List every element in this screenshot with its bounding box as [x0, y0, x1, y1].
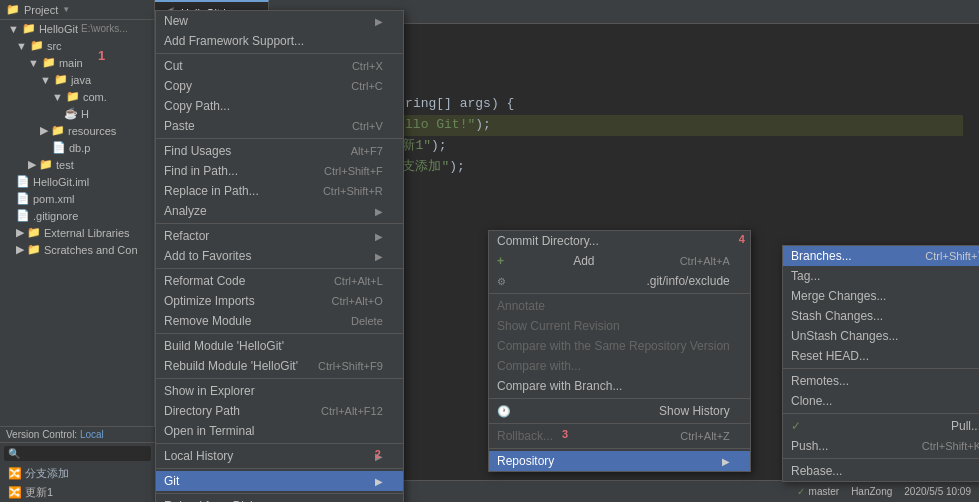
repo-stash-label: Stash Changes... — [791, 309, 883, 323]
repo-branches[interactable]: Branches... Ctrl+Shift+` — [783, 246, 979, 266]
menu-refactor-label: Refactor — [164, 229, 209, 243]
menu-optimize-shortcut: Ctrl+Alt+O — [331, 295, 382, 307]
repo-clone[interactable]: Clone... — [783, 391, 979, 411]
tree-external-libs[interactable]: ▶ 📁 External Libraries — [0, 224, 154, 241]
main-chevron: ▼ — [28, 57, 39, 69]
scratch-label: Scratches and Con — [44, 244, 138, 256]
git-status: ✓ master — [797, 486, 840, 497]
menu-reformat[interactable]: Reformat Code Ctrl+Alt+L — [156, 271, 403, 291]
git-show-revision-label: Show Current Revision — [497, 319, 620, 333]
tree-gitignore[interactable]: 📄 .gitignore — [0, 207, 154, 224]
tree-iml[interactable]: 📄 HelloGit.iml — [0, 173, 154, 190]
iml-icon: 📄 — [16, 175, 30, 188]
branch-gengxin1[interactable]: 🔀 更新1 — [0, 483, 155, 502]
repo-push[interactable]: Push... Ctrl+Shift+K — [783, 436, 979, 456]
menu-copy-shortcut: Ctrl+C — [351, 80, 382, 92]
tree-pom[interactable]: 📄 pom.xml — [0, 190, 154, 207]
menu-replace-path-label: Replace in Path... — [164, 184, 259, 198]
repo-stash[interactable]: Stash Changes... — [783, 306, 979, 326]
menu-add-favorites[interactable]: Add to Favorites ▶ — [156, 246, 403, 266]
git-exclude[interactable]: ⚙ .git/info/exclude — [489, 271, 750, 291]
tree-resources[interactable]: ▶ 📁 resources — [0, 122, 154, 139]
branch-zhitianjia[interactable]: 🔀 分支添加 — [0, 464, 155, 483]
menu-replace-path[interactable]: Replace in Path... Ctrl+Shift+R — [156, 181, 403, 201]
src-chevron: ▼ — [16, 40, 27, 52]
main-icon: 📁 — [42, 56, 56, 69]
menu-optimize[interactable]: Optimize Imports Ctrl+Alt+O — [156, 291, 403, 311]
sep-3 — [156, 223, 403, 224]
git-rollback-label: Rollback... — [497, 429, 553, 443]
root-chevron: ▼ — [8, 23, 19, 35]
repo-rebase[interactable]: Rebase... — [783, 461, 979, 481]
menu-build[interactable]: Build Module 'HelloGit' — [156, 336, 403, 356]
branch-icon: 🔀 — [8, 467, 22, 480]
menu-new[interactable]: New ▶ — [156, 11, 403, 31]
git-compare-same: Compare with the Same Repository Version — [489, 336, 750, 356]
menu-copy[interactable]: Copy Ctrl+C — [156, 76, 403, 96]
git-add[interactable]: + Add Ctrl+Alt+A — [489, 251, 750, 271]
tree-root[interactable]: ▼ 📁 HelloGit E:\works... — [0, 20, 154, 37]
repo-unstash[interactable]: UnStash Changes... — [783, 326, 979, 346]
ext-label: External Libraries — [44, 227, 130, 239]
menu-find-path[interactable]: Find in Path... Ctrl+Shift+F — [156, 161, 403, 181]
res-icon: 📁 — [51, 124, 65, 137]
menu-paste-label: Paste — [164, 119, 195, 133]
repository-context-menu: Branches... Ctrl+Shift+` Tag... Merge Ch… — [782, 245, 979, 482]
git-compare-same-label: Compare with the Same Repository Version — [497, 339, 730, 353]
git-sep-3 — [489, 423, 750, 424]
tree-test[interactable]: ▶ 📁 test — [0, 156, 154, 173]
menu-git-label: Git — [164, 474, 179, 488]
iml-label: HelloGit.iml — [33, 176, 89, 188]
repo-tag[interactable]: Tag... — [783, 266, 979, 286]
menu-refactor[interactable]: Refactor ▶ — [156, 226, 403, 246]
repo-unstash-label: UnStash Changes... — [791, 329, 898, 343]
git-exclude-icon: ⚙ — [497, 276, 506, 287]
repo-remotes[interactable]: Remotes... — [783, 371, 979, 391]
java-icon: 📁 — [54, 73, 68, 86]
git-commit-dir[interactable]: Commit Directory... 4 — [489, 231, 750, 251]
menu-reformat-label: Reformat Code — [164, 274, 245, 288]
tree-hellogit-file[interactable]: ☕ H — [0, 105, 154, 122]
menu-cut[interactable]: Cut Ctrl+X — [156, 56, 403, 76]
sep-5 — [156, 333, 403, 334]
git-show-revision: Show Current Revision — [489, 316, 750, 336]
sep-9 — [156, 493, 403, 494]
repo-reset-head[interactable]: Reset HEAD... — [783, 346, 979, 366]
vc-search[interactable]: 🔍 — [4, 446, 151, 461]
menu-refactor-arrow: ▶ — [375, 231, 383, 242]
menu-reload-disk[interactable]: Reload from Disk — [156, 496, 403, 502]
datetime: 2020/5/5 10:09 — [904, 486, 971, 497]
tree-main[interactable]: ▼ 📁 main — [0, 54, 154, 71]
menu-git[interactable]: Git ▶ — [156, 471, 403, 491]
sep-2 — [156, 138, 403, 139]
menu-copy-label: Copy — [164, 79, 192, 93]
menu-show-explorer[interactable]: Show in Explorer — [156, 381, 403, 401]
menu-dir-path[interactable]: Directory Path Ctrl+Alt+F12 — [156, 401, 403, 421]
menu-find-usages-label: Find Usages — [164, 144, 231, 158]
repo-pull[interactable]: ✓ Pull... — [783, 416, 979, 436]
vc-tab-local[interactable]: Local — [80, 429, 104, 440]
tree-dbp[interactable]: 📄 db.p — [0, 139, 154, 156]
sep-8 — [156, 468, 403, 469]
menu-remove-module[interactable]: Remove Module Delete — [156, 311, 403, 331]
menu-paste[interactable]: Paste Ctrl+V — [156, 116, 403, 136]
git-sep-4 — [489, 448, 750, 449]
tree-scratches[interactable]: ▶ 📁 Scratches and Con — [0, 241, 154, 258]
menu-find-usages-shortcut: Alt+F7 — [351, 145, 383, 157]
tree-src[interactable]: ▼ 📁 src — [0, 37, 154, 54]
tree-com[interactable]: ▼ 📁 com. — [0, 88, 154, 105]
menu-open-terminal[interactable]: Open in Terminal — [156, 421, 403, 441]
menu-local-history[interactable]: Local History ▶ 2 — [156, 446, 403, 466]
java-label: java — [71, 74, 91, 86]
menu-rebuild[interactable]: Rebuild Module 'HelloGit' Ctrl+Shift+F9 — [156, 356, 403, 376]
git-compare-branch[interactable]: Compare with Branch... — [489, 376, 750, 396]
menu-analyze[interactable]: Analyze ▶ — [156, 201, 403, 221]
git-repository[interactable]: Repository ▶ — [489, 451, 750, 471]
menu-copy-path[interactable]: Copy Path... — [156, 96, 403, 116]
menu-add-framework[interactable]: Add Framework Support... — [156, 31, 403, 51]
tree-java[interactable]: ▼ 📁 java — [0, 71, 154, 88]
repo-merge-changes[interactable]: Merge Changes... — [783, 286, 979, 306]
git-show-history[interactable]: 🕐 Show History — [489, 401, 750, 421]
menu-find-usages[interactable]: Find Usages Alt+F7 — [156, 141, 403, 161]
panel-chevron: ▼ — [62, 5, 70, 14]
